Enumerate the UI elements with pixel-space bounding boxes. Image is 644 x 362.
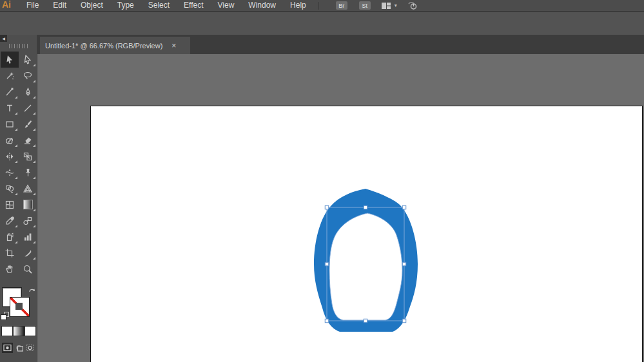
stroke-proxy[interactable] <box>10 297 30 317</box>
draw-inside-mode-button[interactable] <box>24 343 35 353</box>
artboard-tool[interactable] <box>1 245 19 261</box>
scale-tool[interactable] <box>19 148 37 164</box>
panel-grip-handle[interactable] <box>9 44 28 48</box>
color-mode-row <box>1 326 37 336</box>
illustrator-logo: Ai <box>0 0 19 11</box>
arrange-documents-icon <box>381 2 391 10</box>
perspective-grid-tool[interactable] <box>19 180 37 196</box>
tools-panel: ◀ <box>0 35 37 362</box>
draw-normal-mode-button[interactable] <box>2 343 13 353</box>
menu-view[interactable]: View <box>211 0 242 11</box>
selection-tool[interactable] <box>1 52 19 68</box>
gradient-chip <box>23 200 33 209</box>
menu-type[interactable]: Type <box>110 0 141 11</box>
chevron-down-icon: ▾ <box>395 3 397 8</box>
power-hand-icon <box>407 1 417 10</box>
menu-window[interactable]: Window <box>241 0 283 11</box>
divider <box>318 2 319 10</box>
swap-fill-stroke-icon[interactable] <box>28 287 37 296</box>
none-button[interactable] <box>24 326 36 336</box>
menu-effect[interactable]: Effect <box>177 0 210 11</box>
blend-tool[interactable] <box>19 213 37 229</box>
draw-behind-mode-button[interactable] <box>14 343 24 353</box>
puppet-warp-tool[interactable] <box>19 164 37 180</box>
collapse-panel-button[interactable]: ◀ <box>0 35 7 42</box>
paintbrush-tool[interactable] <box>19 116 37 132</box>
reflect-tool[interactable] <box>1 148 19 164</box>
stroke-hole <box>15 303 23 310</box>
type-tool[interactable] <box>1 100 19 116</box>
mesh-tool[interactable] <box>1 196 19 213</box>
canvas-area[interactable] <box>37 54 644 362</box>
color-button[interactable] <box>1 326 13 336</box>
drawing-modes-row <box>1 343 37 353</box>
slice-tool[interactable] <box>19 245 37 261</box>
document-tab-bar: Untitled-1* @ 66.67% (RGB/Preview) × <box>37 35 644 54</box>
menu-bar: Ai File Edit Object Type Select Effect V… <box>0 0 644 12</box>
column-graph-tool[interactable] <box>19 229 37 245</box>
lasso-tool[interactable] <box>19 68 37 84</box>
symbol-sprayer-tool[interactable] <box>1 229 19 245</box>
shape-builder-tool[interactable] <box>1 180 19 196</box>
gradient-tool[interactable] <box>19 196 37 213</box>
eyedropper-tool[interactable] <box>1 213 19 229</box>
stock-button[interactable]: St <box>359 1 371 10</box>
hand-tool[interactable] <box>1 261 19 277</box>
width-tool[interactable] <box>1 164 19 180</box>
default-fill-stroke-icon[interactable] <box>1 312 8 319</box>
pen-tool[interactable] <box>1 84 19 100</box>
zoom-tool[interactable] <box>19 261 37 277</box>
close-tab-icon[interactable]: × <box>171 41 176 50</box>
arrange-documents-button[interactable]: ▾ <box>381 2 397 10</box>
fill-stroke-indicator <box>1 286 37 322</box>
rectangle-tool[interactable] <box>1 116 19 132</box>
gpu-performance-button[interactable] <box>407 1 417 10</box>
menu-object[interactable]: Object <box>73 0 110 11</box>
document-title: Untitled-1* @ 66.67% (RGB/Preview) <box>45 42 162 50</box>
magic-wand-tool[interactable] <box>1 68 19 84</box>
shaper-tool[interactable] <box>1 132 19 148</box>
eraser-tool[interactable] <box>19 132 37 148</box>
menu-file[interactable]: File <box>19 0 46 11</box>
control-bar: Path ▾ ▾ Stroke: ▴ ▾ ▾ ▾ Basic ▾ Opacity… <box>0 12 644 36</box>
bridge-button[interactable]: Br <box>336 1 347 10</box>
menu-help[interactable]: Help <box>283 0 313 11</box>
menu-edit[interactable]: Edit <box>46 0 73 11</box>
curvature-tool[interactable] <box>19 84 37 100</box>
line-segment-tool[interactable] <box>19 100 37 116</box>
direct-selection-tool[interactable] <box>19 52 37 68</box>
artboard[interactable] <box>90 106 643 362</box>
menu-select[interactable]: Select <box>141 0 177 11</box>
document-tab[interactable]: Untitled-1* @ 66.67% (RGB/Preview) × <box>40 37 190 54</box>
gradient-button[interactable] <box>13 326 24 336</box>
